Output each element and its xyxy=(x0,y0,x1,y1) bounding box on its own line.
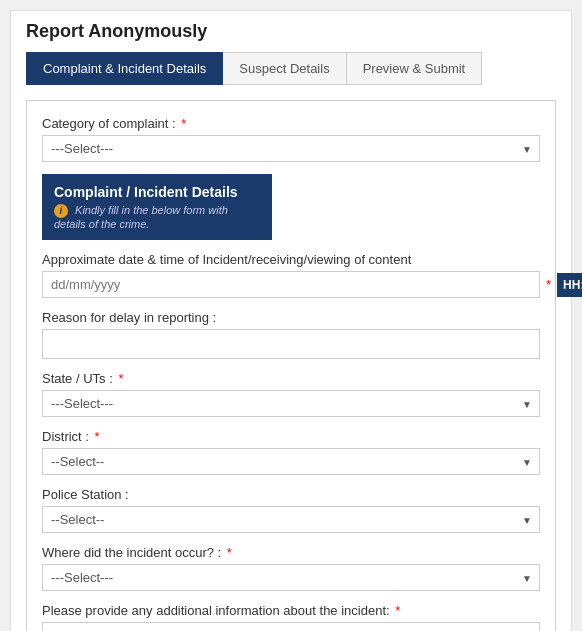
datetime-label: Approximate date & time of Incident/rece… xyxy=(42,252,540,267)
date-required: * xyxy=(546,277,551,292)
date-input[interactable] xyxy=(42,271,540,298)
info-box-text: i Kindly fill in the below form with det… xyxy=(54,204,260,230)
additional-info-required: * xyxy=(395,603,400,618)
police-station-select-wrapper: --Select-- xyxy=(42,506,540,533)
tab-preview[interactable]: Preview & Submit xyxy=(347,52,483,85)
incident-location-select[interactable]: ---Select--- xyxy=(42,564,540,591)
tabs: Complaint & Incident Details Suspect Det… xyxy=(26,52,556,85)
category-required: * xyxy=(181,116,186,131)
district-select[interactable]: --Select-- xyxy=(42,448,540,475)
district-field-group: District : * --Select-- xyxy=(42,429,540,475)
info-box-title: Complaint / Incident Details xyxy=(54,184,260,200)
page-title: Report Anonymously xyxy=(26,21,556,42)
police-station-select[interactable]: --Select-- xyxy=(42,506,540,533)
district-label: District : * xyxy=(42,429,540,444)
datetime-field-group: Approximate date & time of Incident/rece… xyxy=(42,252,540,298)
tab-suspect[interactable]: Suspect Details xyxy=(223,52,346,85)
district-select-wrapper: --Select-- xyxy=(42,448,540,475)
additional-info-textarea[interactable] xyxy=(42,622,540,631)
category-select-wrapper: ---Select--- xyxy=(42,135,540,162)
district-required: * xyxy=(95,429,100,444)
main-container: Report Anonymously Complaint & Incident … xyxy=(10,10,572,631)
incident-location-field-group: Where did the incident occur? : * ---Sel… xyxy=(42,545,540,591)
category-label: Category of complaint : * xyxy=(42,116,540,131)
info-box: Complaint / Incident Details i Kindly fi… xyxy=(42,174,272,240)
additional-info-label: Please provide any additional informatio… xyxy=(42,603,540,618)
reason-delay-field-group: Reason for delay in reporting : xyxy=(42,310,540,359)
datetime-row: * HH: HH MM: MM AM xyxy=(42,271,540,298)
incident-location-select-wrapper: ---Select--- xyxy=(42,564,540,591)
state-select-wrapper: ---Select--- xyxy=(42,390,540,417)
info-icon: i xyxy=(54,204,68,218)
form-section: Category of complaint : * ---Select--- C… xyxy=(26,100,556,631)
reason-delay-label: Reason for delay in reporting : xyxy=(42,310,540,325)
police-station-field-group: Police Station : --Select-- xyxy=(42,487,540,533)
incident-location-required: * xyxy=(227,545,232,560)
police-station-label: Police Station : xyxy=(42,487,540,502)
time-group: HH: HH MM: MM AM xyxy=(557,272,582,298)
state-field-group: State / UTs : * ---Select--- xyxy=(42,371,540,417)
category-field-group: Category of complaint : * ---Select--- xyxy=(42,116,540,162)
state-required: * xyxy=(118,371,123,386)
category-select[interactable]: ---Select--- xyxy=(42,135,540,162)
reason-delay-input[interactable] xyxy=(42,329,540,359)
additional-info-field-group: Please provide any additional informatio… xyxy=(42,603,540,631)
incident-location-label: Where did the incident occur? : * xyxy=(42,545,540,560)
state-select[interactable]: ---Select--- xyxy=(42,390,540,417)
tab-complaint[interactable]: Complaint & Incident Details xyxy=(26,52,223,85)
state-label: State / UTs : * xyxy=(42,371,540,386)
hh-label: HH: xyxy=(557,273,582,297)
